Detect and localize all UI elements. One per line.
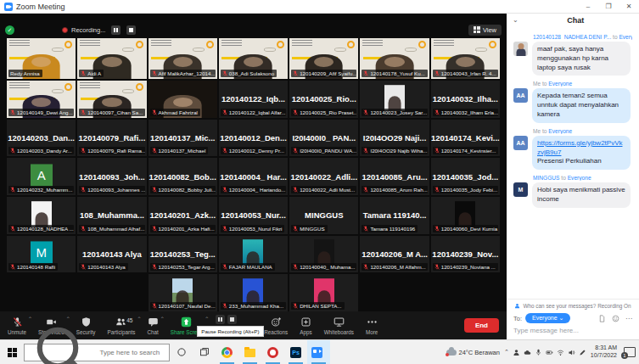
participant-tile[interactable]: FAJAR MAULANA: [219, 236, 288, 273]
participant-tile[interactable]: 120140035_Jod...120140035_Jody Febi...: [431, 158, 500, 195]
participant-tile[interactable]: 120140107_Naufal De...: [149, 274, 217, 311]
muted-mic-icon: [293, 70, 298, 76]
participant-tile[interactable]: 120140093_Joh...120140093_Johannes ...: [77, 158, 146, 195]
participant-tile[interactable]: 120140097_Cihan Sa...: [77, 81, 146, 118]
participant-tile[interactable]: 120140023_Josey Sar...: [360, 81, 429, 118]
participant-tile[interactable]: 120140253_Teg...120140253_Tegar Arg...: [149, 236, 217, 273]
participant-tile[interactable]: MINGGUSMINGGUS: [289, 197, 358, 234]
maximize-button[interactable]: ❐: [598, 0, 619, 13]
participant-name-label: 120140137_Michael: [150, 147, 209, 154]
toolbar-stop-recording-button[interactable]: [227, 315, 237, 324]
taskbar-download-manager-button[interactable]: [261, 340, 284, 364]
participant-tile[interactable]: 120140174_Kevi...120140174_Kevinsier...: [431, 120, 500, 157]
message-link[interactable]: https://forms.gle/yjbw2tPvVkzvjB9u7: [537, 139, 625, 158]
file-attach-icon[interactable]: [598, 315, 606, 322]
participant-tile[interactable]: I20I4OO29 Naji...I20I4OO29 Najib Wiha...: [360, 120, 429, 157]
taskbar-zoom-button[interactable]: [307, 340, 330, 364]
toolbar-whiteboards-button[interactable]: Whiteboards: [318, 311, 360, 339]
search-input[interactable]: [98, 348, 164, 357]
taskbar-search[interactable]: [24, 344, 170, 361]
avatar: M: [513, 182, 528, 197]
pause-recording-button[interactable]: [111, 25, 121, 35]
tray-pen-icon[interactable]: [579, 349, 586, 356]
tray-speaker-icon[interactable]: [568, 349, 575, 356]
toolbar-unmute-button[interactable]: Unmute⌃: [2, 311, 32, 339]
participant-tile[interactable]: 120140032_Ilha...120140032_Ilham Erla...: [431, 81, 500, 118]
stop-recording-button[interactable]: [126, 25, 136, 35]
toolbar-participants-button[interactable]: 45Participants⌃: [102, 311, 142, 339]
participant-tile[interactable]: 120140137_Mic...120140137_Michael: [149, 120, 217, 157]
participant-tile[interactable]: 120140206_M A...120140206_M Alfahm...: [360, 236, 429, 273]
participant-tile[interactable]: 120140043_Irfan R. 4...: [431, 38, 500, 79]
participant-tile[interactable]: 120140060_Devi Kurnia: [431, 197, 500, 234]
participant-tile[interactable]: DHILAN SEPTA...: [289, 274, 358, 311]
tray-wifi-icon[interactable]: [557, 349, 564, 356]
emoji-icon[interactable]: [612, 315, 619, 322]
participant-tile[interactable]: 120140209_Afif Syaifu...: [289, 38, 358, 79]
participant-name-label: MINGGUS: [291, 225, 328, 232]
recipient-selector[interactable]: Everyone ⌄: [525, 313, 570, 323]
tray-mic-icon[interactable]: [535, 349, 542, 356]
taskbar-chrome-button[interactable]: [216, 340, 238, 364]
participant-tile[interactable]: 120140149_Dewi Ang...: [7, 81, 76, 118]
more-options-icon[interactable]: ⋯: [625, 315, 632, 322]
taskbar-photoshop-button[interactable]: Ps: [284, 340, 307, 364]
toolbar-apps-button[interactable]: Apps: [294, 311, 317, 339]
participant-tile[interactable]: 120140122_Iqb...120140122_Iqbal Alfar...: [219, 81, 288, 118]
participant-tile[interactable]: Redy Annisa: [7, 38, 76, 79]
weather-widget[interactable]: 24°C Berawan: [446, 349, 500, 356]
start-button[interactable]: [0, 340, 24, 364]
participant-tile[interactable]: Akhmad Fahrizal: [149, 81, 217, 118]
participant-tile[interactable]: 038_Adi Sulaksono: [219, 38, 288, 79]
toolbar-reactions-button[interactable]: Reactions: [258, 311, 294, 339]
participant-tile[interactable]: M120140148 Rafli: [7, 236, 76, 273]
participant-tile[interactable]: Aidi A: [77, 38, 146, 79]
tray-cloud-icon[interactable]: [524, 349, 531, 356]
participant-tile[interactable]: 120140022_Adli...120140022_Adli Must...: [289, 158, 358, 195]
participant-tile[interactable]: Afif MalikAzhar_12014...: [149, 38, 217, 79]
participant-tile[interactable]: 120140082_Bob...120140082_Bobby Juli...: [149, 158, 217, 195]
participant-tile[interactable]: 120140079_Rafi...120140079_Rafi Rama...: [77, 120, 146, 157]
toolbar-pause-recording-button[interactable]: [216, 315, 225, 324]
zoom-icon: [311, 347, 322, 358]
toolbar-chat-button[interactable]: Chat⌃: [141, 311, 164, 339]
participant-tile[interactable]: 108_Muhamma...108_Muhammad Alhaf...: [77, 197, 146, 234]
participant-tile[interactable]: 120140143 Alya120140143 Alya: [77, 236, 146, 273]
notification-center-button[interactable]: 1: [624, 347, 636, 357]
task-view-button[interactable]: [193, 340, 216, 364]
participant-tile[interactable]: A120140232_Muhamm...: [7, 158, 76, 195]
tray-expand-chevron-icon[interactable]: ⌃: [504, 349, 509, 356]
participant-tile[interactable]: 120140178_Yusuf Ku...: [360, 38, 429, 79]
participant-tile[interactable]: Tamara 119140...Tamara 119140196: [360, 197, 429, 234]
chat-collapse-chevron-icon[interactable]: ⌄: [513, 16, 518, 24]
end-meeting-button[interactable]: End: [464, 318, 499, 333]
view-button[interactable]: View: [468, 25, 502, 36]
participant-tile[interactable]: 120140025_Rio...120140025_Rio Praset...: [289, 81, 358, 118]
participant-tile[interactable]: 120140128_NADHEA ...: [7, 197, 76, 234]
close-button[interactable]: ✕: [619, 0, 639, 13]
video-area: ✓ Recording... View Redy Annisa Aidi A A…: [0, 14, 507, 339]
meeting-info-shield-icon[interactable]: ✓: [5, 25, 14, 35]
participant-tile[interactable]: I20I400I0_ PAN...I20I400I0_PANDU WA...: [289, 120, 358, 157]
tray-person-icon[interactable]: [513, 349, 520, 356]
participant-tile[interactable]: 120140040_ Muhama...: [289, 236, 358, 273]
participant-tile[interactable]: 120140085_Aru...120140085_Arum Rah...: [360, 158, 429, 195]
muted-mic-icon: [434, 226, 440, 232]
participant-tile[interactable]: 120140012_Den...120140012_Denny Pr...: [219, 120, 288, 157]
participant-name-label: 120140053_Nurul Fikri: [221, 225, 285, 232]
participant-tile[interactable]: 120140004_ Har...120140004_ Hariando...: [219, 158, 288, 195]
participant-tile[interactable]: 120140239_Nov...120140239_Noviana ...: [431, 236, 500, 273]
cortana-button[interactable]: [170, 340, 193, 364]
tray-battery-icon[interactable]: [546, 349, 553, 356]
participant-tile[interactable]: 120140053_Nur...120140053_Nurul Fikri: [219, 197, 288, 234]
message-input[interactable]: Type message here...: [507, 325, 639, 339]
participant-tile[interactable]: 120140203_Dan...120140203_Dandy Ar...: [7, 120, 76, 157]
participant-tile[interactable]: 120140201_Azk...120140201_Azka Hafi...: [149, 197, 217, 234]
participant-tile[interactable]: 233_Muhammad Kha...: [219, 274, 288, 311]
message-meta: 120140128_NADHEA DENI P... to Everyone: [533, 34, 632, 40]
muted-mic-icon: [293, 187, 298, 193]
taskbar-explorer-button[interactable]: [238, 340, 261, 364]
minimize-button[interactable]: –: [578, 0, 598, 13]
toolbar-more-button[interactable]: More: [360, 311, 384, 339]
taskbar-clock[interactable]: 8:31 AM 10/7/2022: [591, 344, 617, 360]
